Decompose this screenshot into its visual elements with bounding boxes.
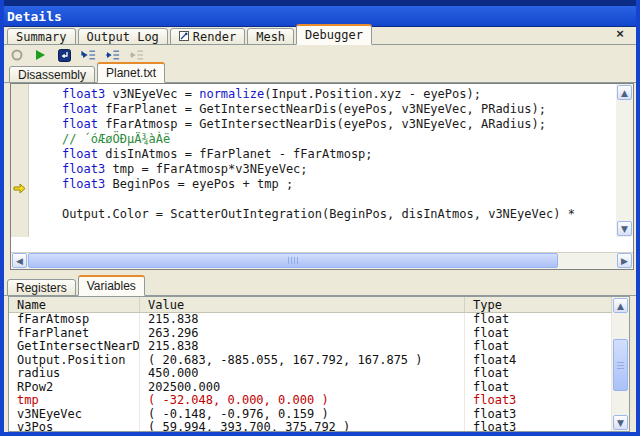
column-header-value[interactable]: Value — [140, 297, 465, 312]
code-line[interactable]: float fFarPlanet = GetIntersectNearDis(e… — [33, 102, 601, 117]
scroll-right-icon[interactable]: ▶ — [617, 253, 632, 268]
stop-icon[interactable] — [57, 48, 72, 62]
code-line[interactable] — [33, 192, 601, 207]
cell-type: float — [465, 381, 612, 395]
table-row[interactable]: RPow2202500.000float — [9, 381, 612, 395]
code-line[interactable]: float3 BeginPos = eyePos + tmp ; — [33, 177, 601, 192]
code-vscrollbar[interactable] — [616, 84, 633, 237]
current-line-arrow-icon — [13, 180, 26, 198]
table-row[interactable]: radius450.000float — [9, 367, 612, 381]
column-header-name[interactable]: Name — [9, 297, 140, 312]
table-row[interactable]: fFarPlanet263.296float — [9, 327, 612, 341]
tab-mesh[interactable]: Mesh — [247, 28, 294, 45]
window-title: Details — [7, 9, 62, 24]
source-tabstrip: Disassembly Planet.txt — [4, 64, 636, 83]
scroll-left-icon[interactable]: ◀ — [12, 253, 27, 268]
code-line[interactable] — [33, 222, 601, 237]
render-icon — [179, 30, 189, 44]
code-editor[interactable]: float3 v3NEyeVec = normalize(Input.Posit… — [10, 83, 634, 270]
main-tabstrip: Summary Output Log Render Mesh Debugger … — [4, 23, 636, 45]
cell-type: float4 — [465, 354, 612, 368]
tab-summary[interactable]: Summary — [7, 28, 76, 45]
cell-name: radius — [9, 367, 140, 381]
code-lines[interactable]: float3 v3NEyeVec = normalize(Input.Posit… — [30, 84, 601, 237]
cell-value: ( -32.048, 0.000, 0.000 ) — [140, 394, 465, 408]
table-header: Name Value Type — [9, 297, 612, 313]
code-line[interactable]: Output.Color = ScatterOutIntegration(Beg… — [33, 207, 601, 222]
variables-table: Name Value Type fFarAtmosp215.838floatfF… — [8, 296, 630, 432]
tab-render[interactable]: Render — [170, 28, 245, 45]
step-into-icon[interactable] — [81, 48, 96, 62]
scroll-down-icon[interactable]: ▼ — [617, 221, 632, 236]
table-row[interactable]: GetIntersectNearDis215.838float — [9, 340, 612, 354]
watch-tabstrip: Registers Variables — [4, 277, 636, 296]
close-icon[interactable]: × — [612, 25, 628, 41]
code-line[interactable]: float3 v3NEyeVec = normalize(Input.Posit… — [33, 87, 601, 102]
cell-type: float3 — [465, 408, 612, 422]
breakpoint-gutter[interactable] — [11, 84, 29, 237]
step-out-icon — [129, 48, 144, 62]
table-row[interactable]: Output.Position( 20.683, -885.055, 167.7… — [9, 354, 612, 368]
cell-type: float — [465, 313, 612, 327]
cell-value: ( -0.148, -0.976, 0.159 ) — [140, 408, 465, 422]
cell-name: GetIntersectNearDis — [9, 340, 140, 354]
variables-rows: fFarAtmosp215.838floatfFarPlanet263.296f… — [9, 313, 612, 432]
cell-name: v3NEyeVec — [9, 408, 140, 422]
hscroll-thumb[interactable] — [28, 253, 558, 268]
step-over-icon[interactable] — [105, 48, 120, 62]
table-row[interactable]: v3NEyeVec( -0.148, -0.976, 0.159 )float3 — [9, 408, 612, 422]
tab-variables[interactable]: Variables — [78, 275, 145, 296]
cell-name: Output.Position — [9, 354, 140, 368]
cell-name: fFarPlanet — [9, 327, 140, 341]
cell-value: ( 59.994, 393.700, 375.792 ) — [140, 421, 465, 432]
table-scroll-up-icon[interactable]: ▲ — [613, 298, 628, 313]
cell-name: tmp — [9, 394, 140, 408]
code-line[interactable]: float fFarAtmosp = GetIntersectNearDis(e… — [33, 117, 601, 132]
cell-value: 450.000 — [140, 367, 465, 381]
code-line[interactable]: float3 tmp = fFarAtmosp*v3NEyeVec; — [33, 162, 601, 177]
cell-value: 215.838 — [140, 340, 465, 354]
cell-type: float — [465, 367, 612, 381]
scroll-up-icon[interactable]: ▲ — [617, 85, 632, 100]
run-icon[interactable] — [33, 48, 48, 62]
cell-type: float3 — [465, 421, 612, 432]
table-scroll-down-icon[interactable]: ▼ — [613, 415, 628, 430]
column-header-type[interactable]: Type — [465, 297, 612, 312]
table-vscroll-thumb[interactable] — [613, 339, 628, 391]
code-line[interactable]: float disInAtmos = fFarPlanet - fFarAtmo… — [33, 147, 601, 162]
cell-name: RPow2 — [9, 381, 140, 395]
code-line[interactable]: // ´óÆøÖÐµÄ¾àÀë — [33, 132, 601, 147]
tab-disassembly[interactable]: Disassembly — [9, 66, 95, 83]
table-row[interactable]: tmp( -32.048, 0.000, 0.000 )float3 — [9, 394, 612, 408]
table-row[interactable]: fFarAtmosp215.838float — [9, 313, 612, 327]
cell-name: fFarAtmosp — [9, 313, 140, 327]
tab-debugger[interactable]: Debugger — [296, 24, 372, 45]
tab-registers[interactable]: Registers — [7, 279, 76, 296]
cell-value: 215.838 — [140, 313, 465, 327]
cell-value: ( 20.683, -885.055, 167.792, 167.875 ) — [140, 354, 465, 368]
cell-type: float3 — [465, 394, 612, 408]
reset-icon — [9, 48, 24, 62]
tab-planet-txt[interactable]: Planet.txt — [97, 62, 165, 83]
details-window: Details Summary Output Log Render Mesh D… — [0, 0, 640, 436]
cell-name: v3Pos — [9, 421, 140, 432]
table-row[interactable]: v3Pos( 59.994, 393.700, 375.792 )float3 — [9, 421, 612, 432]
tab-output-log[interactable]: Output Log — [78, 28, 168, 45]
cell-value: 202500.000 — [140, 381, 465, 395]
cell-type: float — [465, 327, 612, 341]
cell-type: float — [465, 340, 612, 354]
cell-value: 263.296 — [140, 327, 465, 341]
